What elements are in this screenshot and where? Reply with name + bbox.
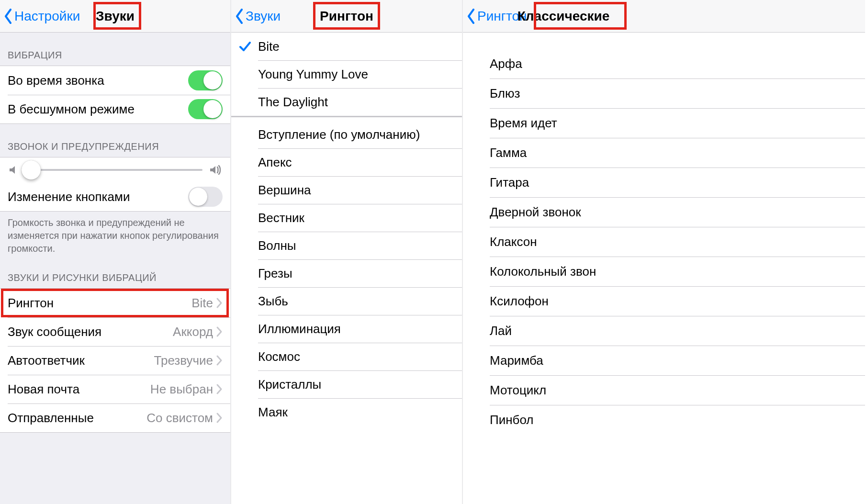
ringtone-item[interactable]: Вершина — [231, 176, 462, 204]
ringtone-item[interactable]: Волны — [231, 232, 462, 259]
ringtone-item-label: Зыбь — [258, 294, 288, 309]
nav-title-classic: Классические — [517, 9, 610, 24]
navbar-sounds: Настройки Звуки — [0, 0, 230, 33]
ringtone-item-label: Young Yummy Love — [258, 67, 368, 82]
classic-ringtone-item[interactable]: Мотоцикл — [463, 375, 865, 405]
row-sent-mail[interactable]: Отправленные Со свистом — [0, 403, 230, 432]
back-button-settings[interactable]: Настройки — [4, 9, 80, 24]
classic-ringtone-item[interactable]: Ксилофон — [463, 286, 865, 316]
classic-ringtone-item[interactable]: Блюз — [463, 78, 865, 108]
row-change-with-buttons[interactable]: Изменение кнопками — [0, 182, 230, 211]
classic-ringtone-item[interactable]: Арфа — [463, 49, 865, 78]
checkmark-icon — [239, 40, 251, 53]
classic-ringtone-item[interactable]: Лай — [463, 316, 865, 346]
nav-title-ringtone: Рингтон — [320, 9, 373, 24]
classic-ringtone-item-label: Гитара — [490, 175, 529, 190]
ringtone-item-label: Волны — [258, 238, 296, 253]
classic-ringtone-item[interactable]: Колокольный звон — [463, 257, 865, 286]
ringtone-item-label: Вступление (по умолчанию) — [258, 127, 420, 142]
label-vibrate-on-ring: Во время звонка — [8, 73, 104, 88]
ringtone-item[interactable]: Зыбь — [231, 287, 462, 315]
chevron-right-icon — [216, 412, 223, 424]
switch-change-with-buttons[interactable] — [188, 187, 223, 207]
chevron-left-icon — [467, 9, 475, 24]
switch-vibrate-on-ring[interactable] — [188, 70, 223, 90]
footer-ringer: Громкость звонка и предупреждений не изм… — [0, 212, 230, 255]
volume-high-icon — [209, 163, 223, 177]
classic-ringtone-item-label: Арфа — [490, 56, 522, 71]
pane-ringtone: Звуки Рингтон BiteYoung Yummy LoveThe Da… — [231, 0, 463, 504]
label-text-tone: Звук сообщения — [8, 325, 101, 339]
section-header-ringer: ЗВОНОК И ПРЕДУПРЕЖДЕНИЯ — [0, 124, 230, 157]
classic-ringtone-item-label: Лай — [490, 324, 512, 338]
row-vibrate-on-silent[interactable]: В бесшумном режиме — [0, 95, 230, 123]
ringtone-item-label: Грезы — [258, 266, 292, 281]
group-vibration: Во время звонка В бесшумном режиме — [0, 66, 230, 124]
slider-thumb[interactable] — [22, 160, 41, 179]
ringtone-item[interactable]: Вестник — [231, 204, 462, 232]
value-voicemail: Трезвучие — [154, 353, 213, 368]
back-label: Звуки — [246, 9, 281, 24]
chevron-right-icon — [216, 383, 223, 395]
ringtone-item-label: Вершина — [258, 183, 311, 198]
ringtone-item[interactable]: Young Yummy Love — [231, 60, 462, 88]
ringtone-item-label: Иллюминация — [258, 322, 341, 336]
value-new-mail: Не выбран — [150, 382, 213, 397]
ringtone-item-label: Маяк — [258, 405, 288, 420]
list-ringtones-custom: BiteYoung Yummy LoveThe Daylight — [231, 33, 462, 116]
chevron-right-icon — [216, 326, 223, 337]
classic-ringtone-item-label: Гамма — [490, 146, 527, 160]
switch-vibrate-on-silent[interactable] — [188, 99, 223, 119]
group-ringer: Изменение кнопками — [0, 157, 230, 212]
ringtone-item[interactable]: Космос — [231, 343, 462, 370]
separator-ringtone-groups — [231, 116, 462, 117]
classic-ringtone-item[interactable]: Дверной звонок — [463, 197, 865, 227]
classic-ringtone-item[interactable]: Пинбол — [463, 405, 865, 435]
classic-ringtone-item[interactable]: Время идет — [463, 108, 865, 138]
ringtone-item-label: Кристаллы — [258, 377, 321, 392]
label-voicemail: Автоответчик — [8, 353, 85, 368]
pane-sounds: Настройки Звуки ВИБРАЦИЯ Во время звонка… — [0, 0, 231, 504]
ringtone-item[interactable]: Апекс — [231, 148, 462, 176]
ringtone-item[interactable]: Кристаллы — [231, 370, 462, 398]
classic-ringtone-item-label: Ксилофон — [490, 294, 549, 309]
row-vibrate-on-ring[interactable]: Во время звонка — [0, 66, 230, 95]
row-text-tone[interactable]: Звук сообщения Аккорд — [0, 317, 230, 346]
classic-ringtone-item[interactable]: Клаксон — [463, 227, 865, 257]
ringtone-item[interactable]: The Daylight — [231, 88, 462, 116]
classic-ringtone-item[interactable]: Маримба — [463, 346, 865, 375]
classic-ringtone-item-label: Блюз — [490, 86, 520, 101]
classic-ringtone-item[interactable]: Гитара — [463, 168, 865, 197]
ringtone-item-label: Вестник — [258, 211, 304, 225]
back-button-sounds[interactable]: Звуки — [235, 9, 281, 24]
ringer-volume-slider[interactable] — [28, 169, 202, 171]
volume-low-icon — [8, 163, 21, 177]
pane-classic: Рингтон Классические АрфаБлюзВремя идетГ… — [463, 0, 865, 504]
ringtone-item[interactable]: Иллюминация — [231, 315, 462, 343]
list-classic-ringtones: АрфаБлюзВремя идетГаммаГитараДверной зво… — [463, 49, 865, 435]
row-voicemail[interactable]: Автоответчик Трезвучие — [0, 346, 230, 375]
ringtone-item[interactable]: Маяк — [231, 398, 462, 426]
row-ringer-volume[interactable] — [0, 157, 230, 182]
classic-ringtone-item-label: Пинбол — [490, 413, 534, 427]
section-header-vibration: ВИБРАЦИЯ — [0, 33, 230, 66]
ringtone-item[interactable]: Bite — [231, 33, 462, 60]
label-change-with-buttons: Изменение кнопками — [8, 190, 130, 204]
nav-title-sounds: Звуки — [96, 9, 135, 24]
chevron-left-icon — [235, 9, 244, 24]
row-new-mail[interactable]: Новая почта Не выбран — [0, 375, 230, 403]
label-new-mail: Новая почта — [8, 382, 79, 397]
back-label: Настройки — [14, 9, 80, 24]
chevron-left-icon — [4, 9, 12, 24]
value-ringtone: Bite — [191, 296, 213, 311]
ringtone-item[interactable]: Вступление (по умолчанию) — [231, 121, 462, 148]
label-ringtone: Рингтон — [8, 296, 54, 311]
ringtone-item-label: Космос — [258, 349, 300, 364]
label-vibrate-on-silent: В бесшумном режиме — [8, 102, 135, 117]
classic-ringtone-item-label: Клаксон — [490, 235, 537, 249]
classic-ringtone-item-label: Маримба — [490, 353, 543, 368]
value-text-tone: Аккорд — [173, 325, 213, 339]
ringtone-item[interactable]: Грезы — [231, 259, 462, 287]
classic-ringtone-item[interactable]: Гамма — [463, 138, 865, 168]
row-ringtone[interactable]: Рингтон Bite — [0, 289, 230, 317]
